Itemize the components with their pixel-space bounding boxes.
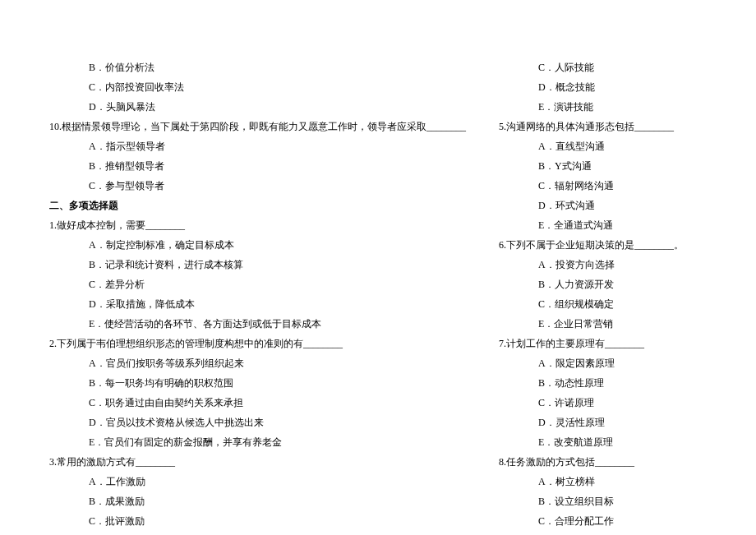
option: A．官员们按职务等级系列组织起来 [49,353,466,373]
option: A．限定因素原理 [499,353,707,373]
section-heading: 二、多项选择题 [49,196,466,215]
option: C．内部投资回收率法 [49,77,466,97]
option: B．记录和统计资料，进行成本核算 [49,255,466,274]
option: C．辐射网络沟通 [499,176,707,196]
right-column: C．人际技能 D．概念技能 E．演讲技能 5.沟通网络的具体沟通形态包括____… [499,58,707,535]
question-1: 1.做好成本控制，需要________ [49,215,466,235]
option: D．灵活性原理 [499,413,707,432]
option: B．动态性原理 [499,373,707,393]
option: C．组织规模确定 [499,294,707,314]
option: E．官员们有固定的薪金报酬，并享有养老金 [49,432,466,452]
option: A．树立榜样 [499,472,707,491]
option: E．全通道式沟通 [499,215,707,235]
option: B．价值分析法 [49,58,466,77]
option: B．人力资源开发 [499,274,707,294]
option: D．概念技能 [499,77,707,97]
option: D．官员以技术资格从候选人中挑选出来 [49,413,466,432]
question-6: 6.下列不属于企业短期决策的是________。 [499,235,707,255]
option: A．指示型领导者 [49,136,466,156]
option: D．培训教育激励 [49,531,466,535]
question-2: 2.下列属于韦伯理想组织形态的管理制度构想中的准则的有________ [49,334,466,353]
question-3: 3.常用的激励方式有________ [49,452,466,472]
option: B．Y式沟通 [499,156,707,176]
option: A．投资方向选择 [499,255,707,274]
option: E．改变航道原理 [499,432,707,452]
option: E．企业日常营销 [499,314,707,334]
left-column: B．价值分析法 C．内部投资回收率法 D．头脑风暴法 10.根据情景领导理论，当… [49,58,466,535]
option: C．差异分析 [49,274,466,294]
question-7: 7.计划工作的主要原理有________ [499,334,707,353]
option: C．职务通过由自由契约关系来承担 [49,393,466,413]
two-column-layout: B．价值分析法 C．内部投资回收率法 D．头脑风暴法 10.根据情景领导理论，当… [0,58,756,535]
question-8: 8.任务激励的方式包括________ [499,452,707,472]
option: D．合理进行"职务设计" [499,531,707,535]
question-5: 5.沟通网络的具体沟通形态包括________ [499,117,707,136]
option: A．工作激励 [49,472,466,491]
option: D．头脑风暴法 [49,97,466,117]
option: E．演讲技能 [499,97,707,117]
option: D．环式沟通 [499,196,707,215]
option: C．参与型领导者 [49,176,466,196]
option: C．人际技能 [499,58,707,77]
option: C．合理分配工作 [499,511,707,531]
option: A．制定控制标准，确定目标成本 [49,235,466,255]
option: A．直线型沟通 [499,136,707,156]
option: B．设立组织目标 [499,491,707,511]
option: B．推销型领导者 [49,156,466,176]
option: C．批评激励 [49,511,466,531]
option: D．采取措施，降低成本 [49,294,466,314]
question-10: 10.根据情景领导理论，当下属处于第四阶段，即既有能力又愿意工作时，领导者应采取… [49,117,466,136]
option: B．成果激励 [49,491,466,511]
option: E．使经营活动的各环节、各方面达到或低于目标成本 [49,314,466,334]
option: B．每一职务均有明确的职权范围 [49,373,466,393]
option: C．许诺原理 [499,393,707,413]
